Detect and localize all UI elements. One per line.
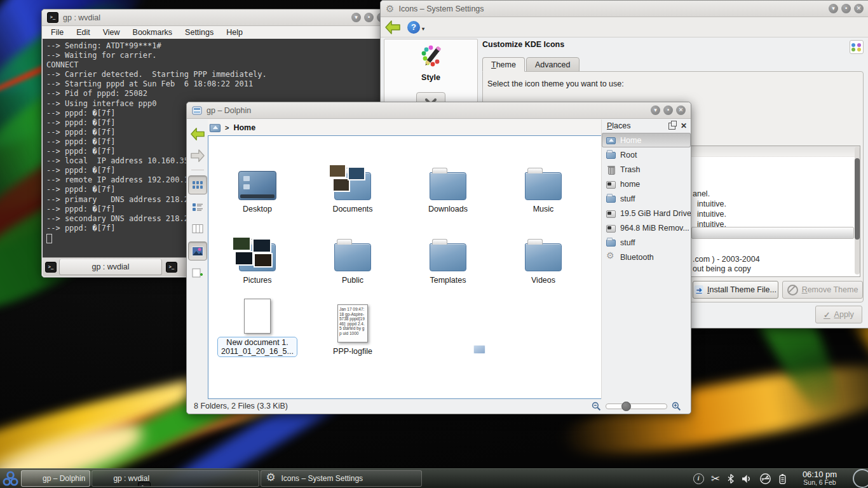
back-icon[interactable] bbox=[384, 20, 401, 35]
close-panel-icon[interactable]: ✕ bbox=[681, 123, 687, 129]
file-icon bbox=[238, 171, 276, 200]
file-icon bbox=[525, 243, 562, 271]
file-item[interactable]: Desktop bbox=[210, 144, 305, 215]
zoom-slider[interactable] bbox=[606, 403, 667, 409]
float-panel-icon[interactable] bbox=[668, 123, 675, 130]
info-icon[interactable]: i bbox=[693, 473, 704, 484]
scrollbar-thumb[interactable] bbox=[855, 158, 860, 240]
places-item[interactable]: Trash bbox=[602, 162, 691, 177]
dolphin-titlebar[interactable]: gp – Dolphin ▾ • ✕ bbox=[187, 102, 691, 119]
place-label: stuff bbox=[620, 238, 635, 247]
back-button[interactable] bbox=[189, 125, 207, 143]
file-item[interactable]: Pictures bbox=[210, 215, 305, 286]
menu-item[interactable]: Settings bbox=[185, 28, 214, 37]
places-item[interactable]: stuff bbox=[602, 235, 691, 250]
theme-list-text-fragment: intuitive. bbox=[697, 210, 726, 219]
install-theme-button[interactable]: ➜ Install Theme File... bbox=[693, 281, 778, 299]
places-item[interactable]: 19.5 GiB Hard Drive bbox=[602, 206, 691, 220]
sidebar-item-style[interactable]: Style bbox=[421, 73, 440, 82]
breadcrumb-home[interactable]: Home bbox=[233, 123, 255, 132]
file-icon bbox=[334, 243, 371, 271]
volume-icon[interactable] bbox=[742, 474, 752, 484]
menu-item[interactable]: Help bbox=[226, 28, 243, 37]
taskbar-task[interactable]: Icons – System Settings bbox=[261, 470, 422, 487]
settings-tabs: Theme Advanced bbox=[482, 57, 581, 72]
close-button[interactable]: ✕ bbox=[854, 4, 864, 13]
places-item[interactable]: Bluetooth bbox=[602, 250, 691, 264]
help-icon[interactable]: ? ▾ bbox=[407, 21, 420, 34]
clipboard-scissors-icon[interactable]: ✂ bbox=[711, 473, 720, 484]
settings-titlebar[interactable]: ⚙ Icons – System Settings ▾ • ✕ bbox=[381, 1, 868, 17]
menu-item[interactable]: File bbox=[51, 28, 64, 37]
forward-button[interactable] bbox=[189, 147, 207, 165]
file-view[interactable]: Desktop Documents Downloads bbox=[208, 135, 602, 399]
file-item[interactable]: Downloads bbox=[400, 144, 496, 215]
minimize-button[interactable]: ▾ bbox=[829, 4, 838, 13]
plasma-cashew-icon[interactable] bbox=[853, 469, 868, 488]
terminal-titlebar[interactable]: >_ gp : wvdial ▾ • ✕ bbox=[42, 10, 391, 26]
minimize-button[interactable]: ▾ bbox=[351, 13, 361, 22]
terminal-tab[interactable]: gp : wvdial bbox=[59, 259, 162, 275]
file-item[interactable]: Jan 17 09:47:18 gp-Aspire-5738 pppd[1946… bbox=[305, 286, 400, 357]
file-item[interactable]: Public bbox=[305, 215, 400, 286]
taskbar-task[interactable]: gp : wvdial bbox=[92, 470, 259, 487]
maximize-button[interactable]: • bbox=[663, 105, 673, 115]
icons-view-button[interactable] bbox=[188, 175, 207, 194]
maximize-button[interactable]: • bbox=[364, 13, 374, 22]
gear-icon: ⚙ bbox=[386, 3, 394, 15]
menu-item[interactable]: Edit bbox=[76, 28, 90, 37]
taskbar-task[interactable]: gp – Dolphin bbox=[21, 470, 90, 487]
selected-theme-row[interactable] bbox=[691, 227, 854, 239]
tab-list-button[interactable]: >_ bbox=[163, 258, 180, 276]
scrollbar[interactable] bbox=[855, 147, 860, 274]
tab[interactable]: Theme bbox=[482, 57, 525, 72]
zoom-in-icon[interactable] bbox=[672, 402, 681, 411]
file-item[interactable]: Videos bbox=[496, 215, 591, 286]
places-item[interactable]: home bbox=[602, 177, 691, 191]
file-item[interactable]: Documents bbox=[305, 144, 400, 215]
details-view-button[interactable] bbox=[189, 198, 207, 216]
file-icon bbox=[244, 299, 271, 334]
file-item[interactable]: Music bbox=[496, 144, 591, 215]
file-label: Music bbox=[529, 203, 558, 215]
home-folder-icon[interactable] bbox=[209, 122, 222, 133]
file-label: Documents bbox=[329, 203, 376, 215]
columns-view-button[interactable] bbox=[189, 220, 207, 238]
terminal-icon: >_ bbox=[47, 12, 58, 23]
zoom-slider-thumb[interactable] bbox=[621, 402, 631, 411]
app-launcher-button[interactable] bbox=[0, 470, 20, 487]
remove-theme-button[interactable]: Remove Theme bbox=[782, 281, 863, 299]
clock[interactable]: 06:10 pm Sun, 6 Feb bbox=[796, 470, 843, 487]
style-icon[interactable] bbox=[417, 44, 444, 71]
places-item[interactable]: Root bbox=[602, 147, 691, 162]
split-view-button[interactable] bbox=[189, 264, 207, 282]
maximize-button[interactable]: • bbox=[841, 4, 851, 13]
zoom-out-icon[interactable] bbox=[592, 402, 601, 411]
preview-icon bbox=[192, 247, 203, 256]
battery-icon[interactable] bbox=[778, 473, 787, 484]
menu-item[interactable]: Bookmarks bbox=[133, 28, 173, 37]
bluetooth-icon[interactable] bbox=[727, 473, 735, 484]
menu-item[interactable]: View bbox=[103, 28, 120, 37]
taskbar: gp – Dolphin gp : wvdial Icons – System … bbox=[0, 468, 868, 488]
file-icon bbox=[430, 172, 466, 200]
places-item[interactable]: Home bbox=[602, 133, 691, 147]
tab[interactable]: Advanced bbox=[526, 57, 580, 72]
places-item[interactable]: stuff bbox=[602, 191, 691, 206]
places-item[interactable]: 964.8 MiB Remov... bbox=[602, 220, 691, 235]
icon-grid-indicator-icon[interactable] bbox=[850, 40, 864, 54]
file-item[interactable]: Templates bbox=[400, 215, 496, 286]
file-item[interactable]: New document 1. 2011_01_20_16_5... bbox=[210, 286, 305, 357]
chevron-down-icon: ▾ bbox=[422, 23, 424, 36]
place-icon bbox=[606, 252, 616, 262]
status-text: 8 Folders, 2 Files (3.3 KiB) bbox=[194, 402, 288, 410]
apply-button[interactable]: ✓ Apply bbox=[815, 306, 862, 323]
file-label: Public bbox=[338, 274, 367, 286]
minimize-button[interactable]: ▾ bbox=[651, 105, 660, 115]
usb-device-notifier-icon[interactable] bbox=[759, 473, 771, 484]
place-icon bbox=[606, 135, 616, 145]
close-button[interactable]: ✕ bbox=[676, 105, 686, 115]
new-tab-button[interactable]: >_ bbox=[43, 258, 59, 276]
preview-toggle-button[interactable] bbox=[188, 241, 207, 261]
theme-description-fragment: .com ) - 2003-2004 bbox=[693, 255, 760, 264]
